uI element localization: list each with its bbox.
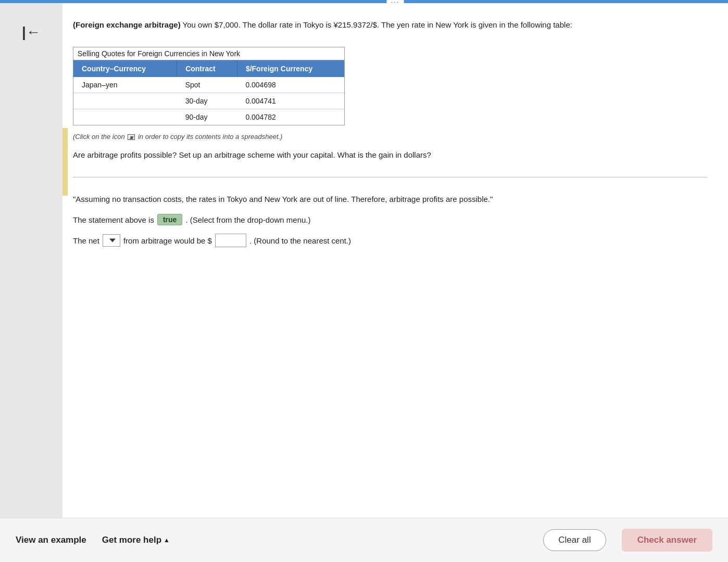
question-text: (Foreign exchange arbitrage) You own $7,… [73,19,707,31]
net-row: The net from arbitrage would be $ . (Rou… [73,234,707,247]
currency-table-container: Selling Quotes for Foreign Currencies in… [73,47,345,125]
answer-section: "Assuming no transaction costs, the rate… [73,193,707,247]
cell-rate-2: 0.004741 [237,93,344,109]
problem-question: Are arbitrage profits possible? Set up a… [73,149,707,161]
table-title: Selling Quotes for Foreign Currencies in… [73,47,344,60]
table-row: 30-day 0.004741 [73,93,344,109]
view-example-button[interactable]: View an example [16,535,86,545]
currency-table: Country–Currency Contract $/Foreign Curr… [73,60,344,125]
back-arrow-icon[interactable]: |← [22,24,41,41]
dropdown-arrow-icon [109,237,116,244]
net-suffix-2: . (Round to the nearest cent.) [249,236,351,245]
cell-country-1: Japan–yen [73,77,177,93]
statement-suffix: . (Select from the drop-down menu.) [185,215,310,224]
table-row: Japan–yen Spot 0.004698 [73,77,344,93]
question-title: (Foreign exchange arbitrage) [73,20,181,29]
cell-rate-3: 0.004782 [237,109,344,125]
cell-contract-1: Spot [177,77,237,93]
true-badge[interactable]: true [157,214,182,225]
cell-country-3 [73,109,177,125]
section-divider [73,177,707,177]
yellow-accent-bar [62,128,68,196]
svg-marker-0 [109,238,116,242]
question-body: You own $7,000. The dollar rate in Tokyo… [181,20,572,29]
divider-dots[interactable]: ··· [387,0,404,6]
cell-rate-1: 0.004698 [237,77,344,93]
col-header-contract: Contract [177,60,237,77]
net-amount-input[interactable] [215,234,246,247]
cell-country-2 [73,93,177,109]
get-more-help-button[interactable]: Get more help ▲ [102,535,170,545]
cell-contract-2: 30-day [177,93,237,109]
col-header-rate: $/Foreign Currency [237,60,344,77]
net-suffix-1: from arbitrage would be $ [123,236,212,245]
statement-row: The statement above is true . (Select fr… [73,214,707,225]
get-more-help-label: Get more help [102,535,161,545]
get-more-help-arrow-icon: ▲ [164,537,170,544]
check-answer-button[interactable]: Check answer [622,529,712,552]
copy-icon[interactable]: ▣ [128,134,135,140]
col-header-country: Country–Currency [73,60,177,77]
quoted-answer-text: "Assuming no transaction costs, the rate… [73,193,707,206]
left-sidebar: |← [0,3,62,518]
table-row: 90-day 0.004782 [73,109,344,125]
cell-contract-3: 90-day [177,109,237,125]
bottom-bar: View an example Get more help ▲ Clear al… [0,518,728,562]
net-type-dropdown[interactable] [103,234,120,247]
statement-label: The statement above is [73,215,154,224]
net-label: The net [73,236,99,245]
clear-all-button[interactable]: Clear all [543,529,606,551]
table-note: (Click on the icon ▣ in order to copy it… [73,133,707,140]
content-area: (Foreign exchange arbitrage) You own $7,… [62,3,728,518]
